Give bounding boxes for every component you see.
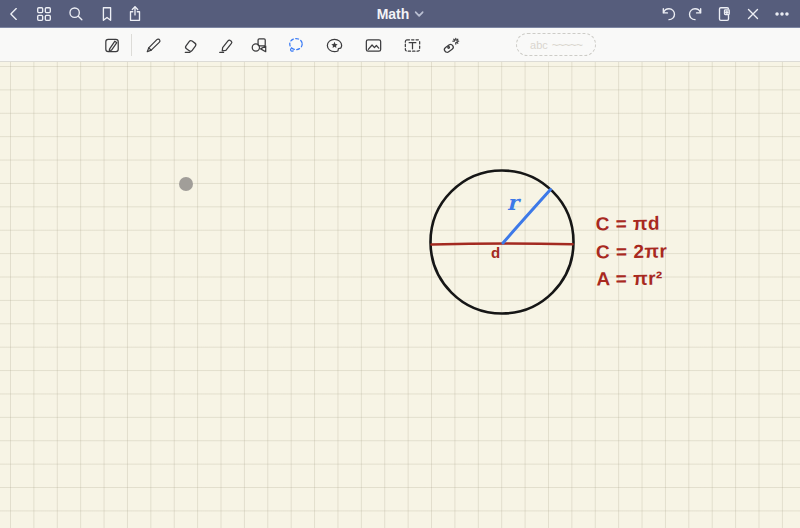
lasso-tool[interactable] (284, 34, 306, 56)
pencase-tool[interactable] (101, 34, 123, 56)
laser-pointer-tool[interactable] (440, 34, 462, 56)
search-button[interactable] (66, 4, 86, 24)
undo-icon (659, 5, 677, 23)
formula-circumference-d: C = πd (595, 210, 667, 238)
close-button[interactable] (743, 4, 763, 24)
image-icon (363, 35, 384, 56)
pen-tool[interactable] (142, 34, 164, 56)
image-tool[interactable] (362, 34, 384, 56)
pages-grid-button[interactable] (34, 4, 54, 24)
stickers-icon (324, 35, 345, 56)
highlighter-icon (215, 35, 236, 56)
back-icon (5, 5, 23, 23)
eraser-tool[interactable] (179, 34, 201, 56)
laser-pointer-icon (441, 35, 462, 56)
redo-icon (687, 5, 705, 23)
share-button[interactable] (125, 4, 145, 24)
pencase-icon (102, 35, 123, 56)
stickers-tool[interactable] (323, 34, 345, 56)
lasso-icon (285, 35, 306, 56)
ink-layer (0, 62, 800, 528)
recognition-squiggle: ~~~~~ (552, 38, 582, 52)
undo-button[interactable] (658, 4, 678, 24)
share-icon (126, 5, 144, 23)
circle-formulas: C = πd C = 2πr A = πr² (595, 210, 668, 293)
navbar: Math (0, 0, 800, 28)
formula-area: A = πr² (596, 265, 668, 293)
more-button[interactable] (772, 4, 792, 24)
shapes-tool[interactable] (248, 34, 270, 56)
notebook-title-button[interactable]: Math (377, 0, 424, 28)
recognition-abc-label: abc (530, 39, 548, 51)
chevron-down-icon (414, 11, 423, 17)
formula-circumference-r: C = 2πr (596, 237, 668, 265)
shapes-icon (249, 35, 270, 56)
bookmark-button[interactable] (97, 4, 117, 24)
search-icon (67, 5, 85, 23)
highlighter-tool[interactable] (214, 34, 236, 56)
pen-icon (143, 35, 164, 56)
more-icon (773, 5, 791, 23)
diameter-label: d (491, 244, 500, 261)
notebook-title: Math (377, 6, 410, 22)
pages-grid-icon (35, 5, 53, 23)
pen-cursor-dot (179, 177, 193, 191)
text-tool[interactable] (401, 34, 423, 56)
toolbar-divider (131, 34, 132, 56)
add-page-button[interactable] (714, 4, 734, 24)
text-icon (402, 35, 423, 56)
back-button[interactable] (4, 4, 24, 24)
handwriting-recognition-pill[interactable]: abc ~~~~~ (516, 33, 596, 56)
redo-button[interactable] (686, 4, 706, 24)
radius-label: r (507, 190, 518, 215)
notebook-page-canvas[interactable]: r d C = πd C = 2πr A = πr² (0, 62, 800, 528)
eraser-icon (180, 35, 201, 56)
close-icon (744, 5, 762, 23)
bookmark-icon (98, 5, 116, 23)
add-page-icon (715, 5, 733, 23)
tools-toolbar: abc ~~~~~ (0, 28, 800, 62)
